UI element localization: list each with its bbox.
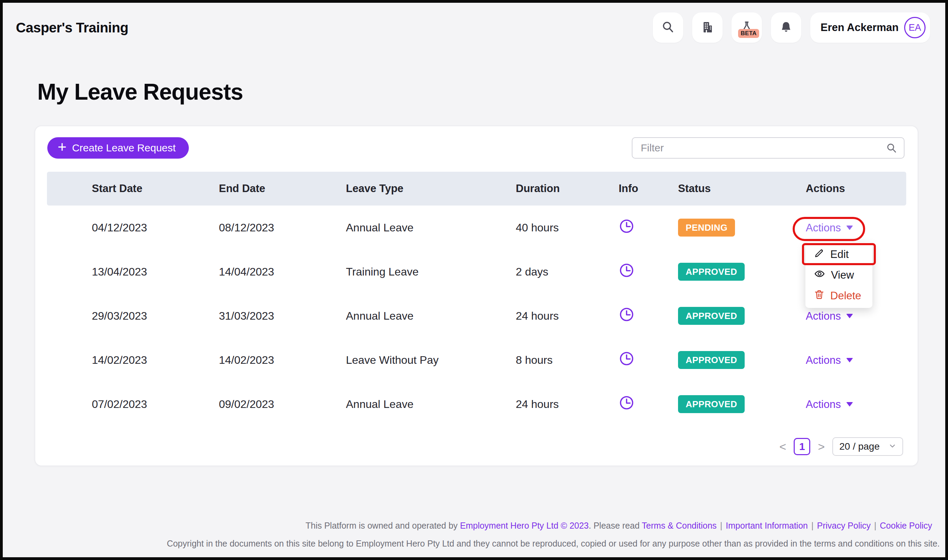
page-size-select[interactable]: 20 / page (832, 437, 903, 456)
notifications-button[interactable] (771, 12, 801, 43)
top-bar: Casper's Training (3, 3, 945, 43)
menu-item-delete[interactable]: Delete (805, 286, 872, 306)
user-name: Eren Ackerman (821, 22, 899, 34)
user-menu[interactable]: Eren Ackerman EA (810, 12, 930, 43)
avatar: EA (904, 17, 926, 38)
cell-duration: 24 hours (516, 310, 619, 322)
eye-icon (814, 268, 825, 282)
clock-info-icon[interactable] (619, 351, 635, 366)
footer-copyright-line: Copyright in the documents on this site … (111, 534, 940, 552)
chevron-down-icon (846, 314, 853, 318)
page-number-button[interactable]: 1 (794, 438, 810, 455)
chevron-down-icon (846, 226, 853, 230)
create-leave-request-label: Create Leave Request (72, 142, 176, 154)
important-information-link[interactable]: Important Information (726, 521, 808, 530)
menu-item-view-label: View (831, 269, 854, 282)
status-badge: PENDING (678, 218, 735, 237)
search-icon (661, 20, 675, 35)
notifications-icon (779, 20, 793, 35)
cell-duration: 2 days (516, 266, 619, 278)
cell-start-date: 13/04/2023 (47, 266, 219, 278)
col-leave-type: Leave Type (346, 182, 516, 195)
cell-leave-type: Training Leave (346, 266, 516, 278)
cell-end-date: 31/03/2023 (219, 310, 346, 322)
cell-duration: 24 hours (516, 398, 619, 411)
previous-page-button[interactable]: < (780, 440, 786, 454)
beta-badge: BETA (738, 29, 759, 38)
footer-separator: | (874, 521, 877, 530)
table-row: 14/02/2023 14/02/2023 Leave Without Pay … (47, 338, 906, 382)
cell-end-date: 09/02/2023 (219, 398, 346, 411)
row-actions-label: Actions (806, 310, 841, 322)
filter-input[interactable] (632, 137, 905, 158)
row-actions-label: Actions (806, 398, 841, 411)
company-button[interactable] (692, 12, 723, 43)
footer-separator: | (720, 521, 723, 530)
main-content: My Leave Requests + Create Leave Request… (3, 78, 945, 466)
chevron-down-icon (846, 358, 853, 362)
cell-duration: 40 hours (516, 222, 619, 234)
filter-field-wrap (632, 137, 905, 158)
cell-start-date: 04/12/2023 (47, 222, 219, 234)
cell-end-date: 14/04/2023 (219, 266, 346, 278)
table-row: 04/12/2023 08/12/2023 Annual Leave 40 ho… (47, 206, 906, 250)
pencil-icon (814, 248, 824, 261)
page-size-value: 20 / page (839, 441, 880, 452)
topbar-actions: BETA Eren Ackerman EA (653, 12, 930, 43)
clock-info-icon[interactable] (619, 218, 635, 234)
status-badge: APPROVED (678, 351, 745, 369)
status-badge: APPROVED (678, 395, 745, 413)
cell-end-date: 14/02/2023 (219, 354, 346, 366)
menu-item-edit-label: Edit (830, 248, 849, 261)
clock-info-icon[interactable] (619, 306, 635, 322)
col-start-date: Start Date (47, 182, 219, 195)
col-duration: Duration (516, 182, 619, 195)
cell-end-date: 08/12/2023 (219, 222, 346, 234)
footer-legal-line: This Platform is owned and operated by E… (111, 517, 940, 534)
row-actions-button[interactable]: Actions (806, 354, 853, 366)
page-title: My Leave Requests (37, 78, 918, 105)
actions-dropdown-menu: Edit View Delete (805, 242, 872, 308)
menu-item-delete-label: Delete (830, 290, 862, 302)
cell-start-date: 07/02/2023 (47, 398, 219, 411)
search-button[interactable] (653, 12, 683, 43)
row-actions-button[interactable]: Actions (806, 310, 853, 322)
trash-icon (814, 289, 824, 302)
col-actions: Actions (806, 182, 906, 195)
chevron-down-icon (889, 441, 896, 452)
terms-conditions-link[interactable]: Terms & Conditions (642, 521, 717, 530)
footer-separator: | (811, 521, 814, 530)
cell-start-date: 14/02/2023 (47, 354, 219, 366)
cookie-policy-link[interactable]: Cookie Policy (880, 521, 932, 530)
cell-leave-type: Annual Leave (346, 398, 516, 411)
menu-item-view[interactable]: View (805, 265, 872, 286)
table-row: 07/02/2023 09/02/2023 Annual Leave 24 ho… (47, 382, 906, 426)
app-window: Casper's Training (0, 0, 948, 560)
plus-icon: + (58, 147, 66, 149)
cell-duration: 8 hours (516, 354, 619, 366)
col-info: Info (619, 182, 678, 195)
row-actions-label: Actions (806, 354, 841, 366)
leave-requests-table: Start Date End Date Leave Type Duration … (47, 172, 906, 426)
beta-features-button[interactable]: BETA (732, 12, 762, 43)
menu-item-edit[interactable]: Edit (805, 244, 872, 265)
cell-leave-type: Annual Leave (346, 310, 516, 322)
clock-info-icon[interactable] (619, 395, 635, 411)
status-badge: APPROVED (678, 263, 745, 281)
status-badge: APPROVED (678, 307, 745, 325)
clock-info-icon[interactable] (619, 262, 635, 278)
create-leave-request-button[interactable]: + Create Leave Request (47, 137, 189, 158)
employment-hero-link[interactable]: Employment Hero Pty Ltd © 2023 (460, 521, 588, 530)
next-page-button[interactable]: > (818, 440, 825, 454)
col-end-date: End Date (219, 182, 346, 195)
pagination: < 1 > 20 / page (780, 437, 903, 456)
cell-start-date: 29/03/2023 (47, 310, 219, 322)
privacy-policy-link[interactable]: Privacy Policy (817, 521, 871, 530)
footer-text: . Please read (588, 521, 642, 530)
cell-leave-type: Annual Leave (346, 222, 516, 234)
table-row: 29/03/2023 31/03/2023 Annual Leave 24 ho… (47, 294, 906, 338)
row-actions-button[interactable]: Actions (806, 398, 853, 411)
table-header-row: Start Date End Date Leave Type Duration … (47, 172, 906, 206)
row-actions-button[interactable]: Actions (806, 222, 853, 234)
footer: This Platform is owned and operated by E… (111, 517, 940, 552)
